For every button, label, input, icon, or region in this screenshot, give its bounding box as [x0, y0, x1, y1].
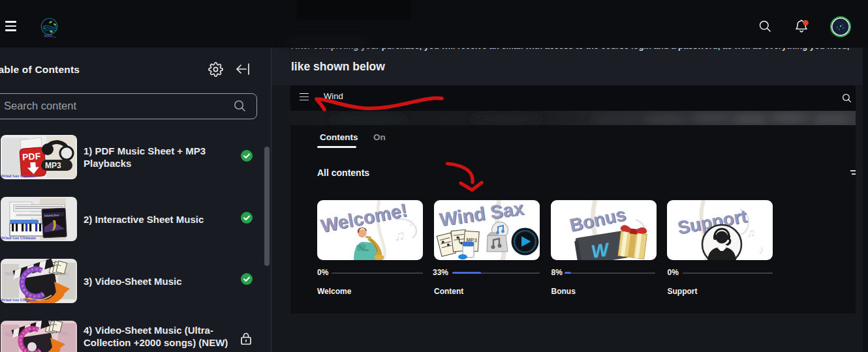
svg-text:PDF: PDF [22, 151, 41, 162]
svg-text:♫: ♫ [394, 227, 405, 244]
svg-text:Wind Sax Ultimate: Wind Sax Ultimate [1, 235, 36, 240]
svg-text:Interactive: Interactive [44, 213, 59, 218]
svg-text:♪: ♪ [758, 243, 764, 256]
svg-text:Wind Sax Ultimate: Wind Sax Ultimate [1, 297, 36, 302]
svg-text:WIND: WIND [44, 35, 53, 38]
svg-text:♪: ♪ [409, 217, 414, 228]
svg-text:MP3: MP3 [45, 161, 61, 170]
svg-text:Wind Sax Ultimate: Wind Sax Ultimate [1, 173, 36, 178]
svg-text:sax: sax [53, 36, 57, 38]
svg-text:Ult.: Ult. [61, 330, 69, 336]
svg-text:♫: ♫ [747, 226, 756, 239]
